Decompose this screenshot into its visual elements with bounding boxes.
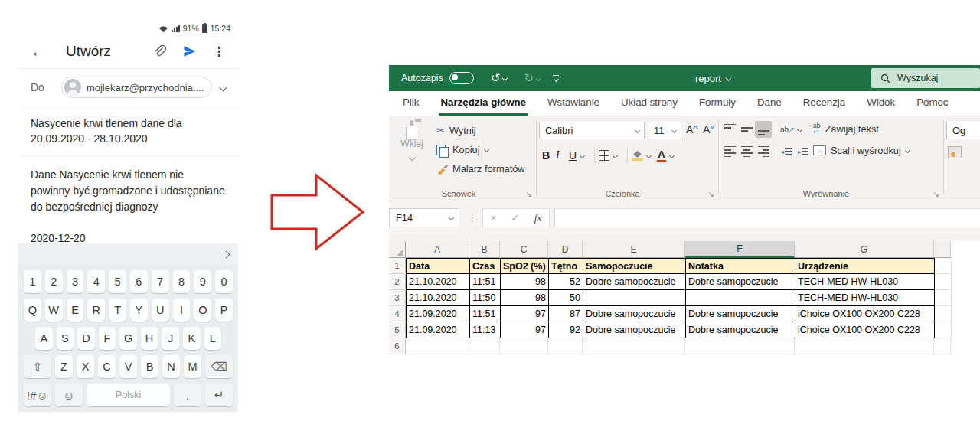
column-header[interactable]: G xyxy=(795,241,934,258)
expand-suggestions-icon[interactable] xyxy=(223,250,230,258)
subject-field[interactable]: Nasycenie krwi tlenem dane dla 20.09.202… xyxy=(18,106,238,155)
key[interactable]: Y xyxy=(130,299,148,322)
align-left-button[interactable] xyxy=(721,143,738,160)
ribbon-tab[interactable]: Wstawianie xyxy=(546,91,601,116)
cell[interactable] xyxy=(935,274,952,290)
cell[interactable]: Dobre samopoczucie xyxy=(583,306,686,322)
name-box[interactable]: F14 xyxy=(389,208,459,227)
align-right-button[interactable] xyxy=(755,143,772,160)
bold-button[interactable]: B xyxy=(542,149,556,162)
cell[interactable] xyxy=(935,290,952,306)
formula-input[interactable] xyxy=(554,208,980,227)
key[interactable]: B xyxy=(141,355,158,378)
align-bottom-button[interactable] xyxy=(755,121,772,138)
cell[interactable]: Data xyxy=(407,258,470,274)
borders-icon[interactable] xyxy=(599,150,609,161)
column-header[interactable]: D xyxy=(548,241,583,258)
underline-menu-icon[interactable] xyxy=(580,152,585,158)
row-header[interactable]: 5 xyxy=(389,322,406,338)
row-header[interactable]: 4 xyxy=(389,306,406,322)
cell[interactable]: TECH-MED HW-HL030 xyxy=(795,274,935,290)
cell[interactable]: 97 xyxy=(501,306,549,322)
cell[interactable]: 21.09.2020 xyxy=(407,322,470,338)
attachment-icon[interactable] xyxy=(152,44,167,59)
key[interactable]: G xyxy=(119,327,137,350)
fill-menu-icon[interactable] xyxy=(646,152,652,158)
chevron-down-icon[interactable] xyxy=(220,83,227,91)
cell[interactable]: Czas xyxy=(470,258,501,274)
cell[interactable] xyxy=(935,258,952,274)
align-center-button[interactable] xyxy=(738,143,755,160)
cell[interactable]: Dobre samopoczucie xyxy=(583,322,686,338)
orientation-menu-icon[interactable] xyxy=(797,126,802,132)
key[interactable]: L xyxy=(204,327,222,350)
key[interactable]: S xyxy=(57,327,74,350)
cell[interactable] xyxy=(406,338,469,354)
row-header[interactable]: 1 xyxy=(389,258,406,274)
ribbon-tab[interactable]: Dane xyxy=(756,91,783,116)
cell[interactable]: Notatka xyxy=(686,258,795,274)
cell[interactable]: 21.09.2020 xyxy=(407,306,470,322)
row-header[interactable]: 6 xyxy=(389,338,406,354)
space-key[interactable]: Polski xyxy=(87,384,170,406)
document-title[interactable]: report xyxy=(695,73,730,84)
dialog-launcher-icon[interactable]: ↘ xyxy=(526,191,532,198)
ribbon-tab[interactable]: Układ strony xyxy=(619,91,679,116)
cell[interactable]: 11:51 xyxy=(470,274,501,290)
column-header[interactable]: B xyxy=(469,241,500,258)
cell[interactable] xyxy=(500,338,548,354)
column-header[interactable]: A xyxy=(406,241,469,258)
copy-button[interactable]: Kopiuj xyxy=(436,140,525,159)
cell[interactable] xyxy=(935,322,952,338)
column-header[interactable]: F xyxy=(685,241,795,258)
key[interactable]: 3 xyxy=(67,270,84,293)
format-painter-button[interactable]: Malarz formatów xyxy=(436,159,525,178)
underline-button[interactable]: U xyxy=(569,149,577,162)
decrease-indent-button[interactable]: ◂ xyxy=(780,143,797,160)
search-box[interactable]: Wyszukaj xyxy=(871,68,980,88)
shrink-font-button[interactable]: A xyxy=(703,123,714,135)
insert-function-icon[interactable]: fx xyxy=(534,212,542,224)
key[interactable]: R xyxy=(87,299,105,322)
cell[interactable]: 11:50 xyxy=(470,290,501,306)
key[interactable]: N xyxy=(162,355,180,378)
merge-center-button[interactable]: ↔ Scal i wyśrodkuj xyxy=(813,145,910,156)
cell[interactable]: 87 xyxy=(549,306,583,322)
key[interactable]: 6 xyxy=(130,270,148,293)
backspace-key[interactable]: ⌫ xyxy=(205,355,233,378)
key[interactable]: 1 xyxy=(24,270,41,293)
key[interactable]: F xyxy=(99,327,116,350)
cell[interactable]: 92 xyxy=(549,322,583,338)
ribbon-tab[interactable]: Narzędzia główne xyxy=(439,91,528,116)
cell[interactable]: 98 xyxy=(501,274,549,290)
key[interactable]: A xyxy=(35,327,53,350)
key[interactable]: U xyxy=(152,299,169,322)
ribbon-tab[interactable]: Widok xyxy=(865,91,897,116)
cell[interactable]: Samopoczucie xyxy=(583,258,686,274)
cell[interactable]: Dobre samopoczucie xyxy=(686,322,795,338)
redo-button[interactable]: ↻ xyxy=(524,71,541,85)
emoji-key[interactable]: ☺ xyxy=(55,384,83,406)
more-menu-icon[interactable]: ⋮ xyxy=(213,44,226,60)
cell[interactable] xyxy=(685,338,795,354)
cell[interactable] xyxy=(583,338,685,354)
key[interactable]: C xyxy=(98,355,116,378)
ribbon-tab[interactable]: Formuły xyxy=(697,91,737,116)
column-header[interactable]: C xyxy=(500,241,548,258)
key[interactable]: O xyxy=(194,299,211,322)
cell[interactable] xyxy=(548,338,583,354)
cell[interactable]: SpO2 (%) xyxy=(501,258,549,274)
key[interactable]: H xyxy=(141,327,158,350)
key[interactable]: K xyxy=(183,327,201,350)
cell[interactable]: iChoice OX100 OX200 C228 xyxy=(795,306,935,322)
ribbon-tab[interactable]: Recenzja xyxy=(802,91,847,116)
key[interactable]: 0 xyxy=(215,270,233,293)
fill-color-icon[interactable] xyxy=(632,151,643,161)
key[interactable]: D xyxy=(77,327,95,350)
key[interactable]: M xyxy=(184,355,201,378)
cancel-icon[interactable]: × xyxy=(491,212,497,224)
key[interactable]: 9 xyxy=(194,270,211,293)
row-header[interactable]: 3 xyxy=(389,290,406,306)
symbols-key[interactable]: !#☺ xyxy=(24,384,51,406)
ribbon-tab[interactable]: Pomoc xyxy=(915,91,949,116)
